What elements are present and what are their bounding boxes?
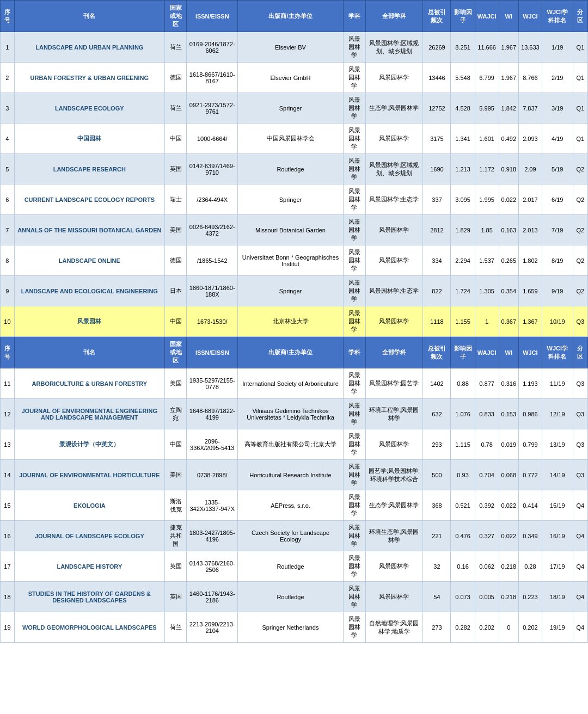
data-cell: 荷兰	[164, 32, 187, 63]
data-cell: 0142-6397/1469-9710	[187, 154, 238, 184]
data-cell: 2812	[423, 215, 451, 245]
data-cell: 0.316	[499, 368, 519, 399]
journal-name-cell: LANDSCAPE RESEARCH	[14, 154, 164, 184]
data-cell: 12752	[423, 93, 451, 124]
data-cell: 风景园林学	[343, 245, 365, 276]
data-cell: Q4	[573, 521, 587, 551]
data-cell: 0.163	[499, 215, 519, 245]
col-subject: 学科	[343, 1, 365, 32]
data-cell: Universitaet Bonn * Geographisches Insti…	[238, 245, 344, 276]
data-cell: 14/19	[542, 460, 573, 490]
data-cell: 1.076	[451, 399, 475, 429]
data-cell: 273	[423, 612, 451, 643]
data-cell: 风景园林学	[343, 93, 365, 124]
table-row: 9LANDSCAPE AND ECOLOGICAL ENGINEERING日本1…	[1, 276, 588, 306]
table-row: 17LANDSCAPE HISTORY英国0143-3768/2160-2506…	[1, 551, 588, 582]
data-cell: 1.967	[499, 63, 519, 93]
row-number-cell: 10	[1, 306, 15, 337]
data-cell: 2.09	[519, 154, 542, 184]
data-cell: 1402	[423, 368, 451, 399]
data-cell: 1.213	[451, 154, 475, 184]
data-cell: 风景园林学	[365, 429, 423, 460]
data-cell: 德国	[164, 245, 187, 276]
data-cell: 1.842	[499, 93, 519, 124]
table-row: 15EKOLOGIA斯洛伐克1335-342X/1337-947XAEPress…	[1, 490, 588, 521]
data-cell: 0.521	[451, 490, 475, 521]
data-cell: 12/19	[542, 399, 573, 429]
data-cell: 1.172	[475, 154, 499, 184]
data-cell: 英国	[164, 154, 187, 184]
data-cell: 0.218	[499, 582, 519, 612]
data-cell: 54	[423, 582, 451, 612]
data-cell: 风景园林学	[343, 32, 365, 63]
col-rank: WJCI学科排名	[542, 1, 573, 32]
journal-name-cell: LANDSCAPE ONLINE	[14, 245, 164, 276]
row-number-cell: 15	[1, 490, 15, 521]
data-cell: 1618-8667/1610-8167	[187, 63, 238, 93]
data-cell: 11.666	[475, 32, 499, 63]
data-cell: 0.16	[451, 551, 475, 582]
data-cell: Q1	[573, 63, 587, 93]
data-cell: 0.022	[499, 490, 519, 521]
data-cell: 17/19	[542, 551, 573, 582]
journal-name-cell: JOURNAL OF ENVIRONMENTAL ENGINEERING AND…	[14, 399, 164, 429]
data-cell: 风景园林学;园艺学	[365, 368, 423, 399]
col-if: 影响因子	[451, 1, 475, 32]
data-cell: 0.022	[499, 521, 519, 551]
data-cell: 1335-342X/1337-947X	[187, 490, 238, 521]
row-number-cell: 2	[1, 63, 15, 93]
table-row: 14JOURNAL OF ENVIRONMENTAL HORTICULTURE美…	[1, 460, 588, 490]
data-cell: 1.659	[519, 276, 542, 306]
data-cell: 斯洛伐克	[164, 490, 187, 521]
data-cell: 3/19	[542, 93, 573, 124]
data-cell: 风景园林学;区域规划、城乡规划	[365, 32, 423, 63]
data-cell: 中国风景园林学会	[238, 124, 344, 154]
data-cell: 风景园林学	[365, 582, 423, 612]
data-cell: 0.476	[451, 521, 475, 551]
divider-header: WJCI学科排名	[542, 337, 573, 368]
data-cell: 风景园林学	[365, 63, 423, 93]
data-cell: 13/19	[542, 429, 573, 460]
journal-name-cell: CURRENT LANDSCAPE ECOLOGY REPORTS	[14, 184, 164, 215]
data-cell: 风景园林学	[343, 124, 365, 154]
data-cell: 2/19	[542, 63, 573, 93]
data-cell: 风景园林学	[343, 460, 365, 490]
table-row: 12JOURNAL OF ENVIRONMENTAL ENGINEERING A…	[1, 399, 588, 429]
data-cell: Routledge	[238, 154, 344, 184]
row-number-cell: 1	[1, 32, 15, 63]
data-cell: 1000-6664/	[187, 124, 238, 154]
journal-name-cell: LANDSCAPE AND ECOLOGICAL ENGINEERING	[14, 276, 164, 306]
table-row: 2URBAN FORESTRY & URBAN GREENING德国1618-8…	[1, 63, 588, 93]
data-cell: 822	[423, 276, 451, 306]
col-id: 序号	[1, 1, 15, 32]
data-cell: 3175	[423, 124, 451, 154]
table-row: 1LANDSCAPE AND URBAN PLANNING荷兰0169-2046…	[1, 32, 588, 63]
row-number-cell: 12	[1, 399, 15, 429]
journal-name-cell: 风景园林	[14, 306, 164, 337]
data-cell: 0169-2046/1872-6062	[187, 32, 238, 63]
divider-header: 出版商/主办单位	[238, 337, 344, 368]
data-cell: Q1	[573, 32, 587, 63]
data-cell: 1.601	[475, 124, 499, 154]
data-cell: 风景园林学	[343, 368, 365, 399]
data-cell: 北京林业大学	[238, 306, 344, 337]
data-cell: /2364-494X	[187, 184, 238, 215]
data-cell: 0.28	[519, 551, 542, 582]
data-cell: Q4	[573, 582, 587, 612]
col-wi: WI	[499, 1, 519, 32]
row-number-cell: 19	[1, 612, 15, 643]
col-issn: ISSN/EISSN	[187, 1, 238, 32]
table-row: 13景观设计学（中英文）中国2096-336X/2095-5413高等教育出版社…	[1, 429, 588, 460]
data-cell: 风景园林学	[365, 124, 423, 154]
data-cell: Q2	[573, 245, 587, 276]
data-cell: 0.799	[519, 429, 542, 460]
data-cell: 风景园林学	[343, 63, 365, 93]
data-cell: Q2	[573, 184, 587, 215]
table-row: 19WORLD GEOMORPHOLOGICAL LANDSCAPES荷兰221…	[1, 612, 588, 643]
data-cell: Czech Society for Landscape Ecology	[238, 521, 344, 551]
table-row: 3LANDSCAPE ECOLOGY荷兰0921-2973/1572-9761S…	[1, 93, 588, 124]
data-cell: 1803-2427/1805-4196	[187, 521, 238, 551]
data-cell: 10/19	[542, 306, 573, 337]
data-cell: 0.202	[519, 612, 542, 643]
data-cell: 荷兰	[164, 612, 187, 643]
